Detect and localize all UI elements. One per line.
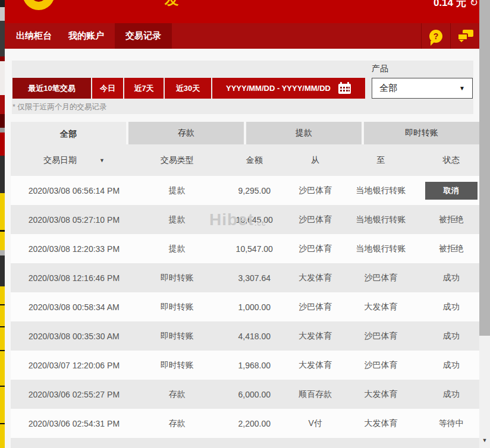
filter-period-button-0[interactable]: 最近10笔交易 — [12, 78, 91, 99]
header-label-2: 金额 — [246, 155, 263, 166]
cell-date: 2020/03/08 00:58:34 AM — [11, 302, 137, 312]
cell-status: 取消 — [423, 182, 479, 200]
table-row: 2020/03/08 00:58:34 AM即时转账1,000.00沙巴体育大发… — [11, 292, 479, 321]
content-area: 产品 最近10笔交易今日近7天近30天 YYYY/MM/DD - YYYY/MM… — [5, 49, 479, 448]
cell-type: 即时转账 — [137, 273, 217, 283]
nav-items: 出纳柜台我的账户交易记录 — [5, 23, 174, 49]
header-label-0: 交易日期 — [43, 155, 77, 166]
chat-button[interactable] — [450, 23, 479, 49]
header-banner-text: 发 — [165, 0, 179, 7]
nav-item-1[interactable]: 我的账户 — [62, 23, 110, 49]
date-range-button[interactable]: YYYY/MM/DD - YYYY/MM/DD — [212, 78, 365, 99]
cell-type: 存款 — [137, 418, 217, 429]
table-row: 2020/03/07 12:20:06 PM即时转账1,968.00大发体育沙巴… — [11, 351, 479, 380]
filter-panel: 产品 最近10笔交易今日近7天近30天 YYYY/MM/DD - YYYY/MM… — [12, 61, 473, 114]
table-row: 2020/03/08 05:27:10 PM提款10,645.00沙巴体育当地银… — [11, 205, 479, 234]
filter-period-button-1[interactable]: 今日 — [92, 78, 123, 99]
cell-status: 成功 — [423, 360, 479, 371]
tab-3[interactable]: 即时转账 — [364, 122, 479, 144]
cell-type: 即时转账 — [137, 331, 217, 342]
cell-from: 沙巴体育 — [292, 185, 339, 196]
cell-to: 沙巴体育 — [339, 360, 423, 371]
scrollbar[interactable]: ▼ — [479, 0, 490, 448]
cell-to: 大发体育 — [339, 302, 423, 313]
cell-type: 提款 — [137, 244, 217, 254]
filter-period-button-2[interactable]: 近7天 — [124, 78, 164, 99]
tab-1[interactable]: 存款 — [128, 122, 244, 144]
table-row: 2020/03/06 02:55:27 PM存款6,000.00顺百存款大发体育… — [11, 380, 479, 409]
header-label-3: 从 — [311, 155, 319, 166]
cell-date: 2020/03/06 02:54:31 PM — [11, 419, 137, 428]
cell-type: 提款 — [137, 185, 217, 196]
cell-date: 2020/03/08 12:20:33 PM — [11, 244, 137, 254]
cell-to: 当地银行转账 — [339, 244, 423, 254]
help-icon: ? — [429, 30, 442, 43]
main-column: 发 0.14 元 ↻ 出纳柜台我的账户交易记录 ? 产品 — [5, 0, 479, 448]
header-label-1: 交易类型 — [161, 155, 194, 166]
header-cell-2: 金额 — [217, 155, 292, 166]
table-row: 2020/03/06 02:54:31 PM存款2,200.00V付大发体育等待… — [11, 409, 479, 438]
cell-to: 大发体育 — [339, 418, 423, 429]
tab-2[interactable]: 提款 — [246, 122, 362, 144]
cell-from: 大发体育 — [292, 360, 339, 371]
chat-icon — [457, 30, 473, 42]
cell-from: 大发体育 — [292, 273, 339, 283]
date-range-value: YYYY/MM/DD - YYYY/MM/DD — [226, 84, 331, 93]
cell-from: 沙巴体育 — [292, 302, 339, 313]
cell-date: 2020/03/08 05:27:10 PM — [11, 215, 137, 225]
filter-note: * 仅限于近两个月的交易记录 — [12, 102, 106, 112]
header-label-5: 状态 — [443, 155, 460, 166]
nav-item-0[interactable]: 出纳柜台 — [10, 23, 58, 49]
page-background-strip — [0, 0, 5, 448]
filter-period-button-3[interactable]: 近30天 — [165, 78, 211, 99]
product-select[interactable]: 全部 ▼ — [372, 78, 473, 99]
cell-from: 沙巴体育 — [292, 214, 339, 225]
table-row: 2020/03/08 12:16:46 PM即时转账3,307.64大发体育沙巴… — [11, 263, 479, 292]
calendar-icon — [338, 82, 351, 94]
cell-status: 等待中 — [423, 418, 479, 429]
cell-from: 大发体育 — [292, 331, 339, 342]
cell-date: 2020/03/08 06:56:14 PM — [11, 186, 137, 195]
cell-amount: 3,307.64 — [217, 273, 292, 283]
scrollbar-thumb[interactable] — [479, 0, 490, 336]
table-row: 2020/03/08 06:56:14 PM提款9,295.00沙巴体育当地银行… — [11, 176, 479, 205]
scrollbar-down-arrow[interactable]: ▼ — [479, 437, 490, 443]
cell-type: 即时转账 — [137, 302, 217, 313]
filter-button-row: 最近10笔交易今日近7天近30天 YYYY/MM/DD - YYYY/MM/DD — [12, 78, 365, 99]
table-row: 2020/03/08 00:35:30 AM即时转账4,418.00大发体育沙巴… — [11, 321, 479, 351]
nav-right: ? — [421, 23, 479, 49]
cell-date: 2020/03/07 12:20:06 PM — [11, 361, 137, 370]
cell-amount: 10,645.00 — [217, 215, 292, 225]
cell-to: 沙巴体育 — [339, 331, 423, 342]
header-cell-4: 至 — [339, 155, 423, 166]
cell-to: 当地银行转账 — [339, 214, 423, 225]
cancel-button[interactable]: 取消 — [425, 182, 478, 200]
balance: 0.14 元 ↻ — [434, 0, 478, 10]
header-cell-1: 交易类型 — [137, 155, 217, 166]
cell-amount: 9,295.00 — [217, 186, 292, 195]
cell-amount: 1,000.00 — [217, 302, 292, 312]
product-label: 产品 — [372, 64, 388, 74]
navbar: 出纳柜台我的账户交易记录 ? — [5, 23, 479, 49]
table-row: 2020/03/08 12:20:33 PM提款10,547.00沙巴体育当地银… — [11, 234, 479, 263]
cell-to: 大发体育 — [339, 389, 423, 400]
cell-to: 沙巴体育 — [339, 273, 423, 283]
help-button[interactable]: ? — [421, 23, 450, 49]
cell-from: 沙巴体育 — [292, 244, 339, 254]
cell-status: 被拒绝 — [423, 244, 479, 254]
nav-item-2[interactable]: 交易记录 — [115, 23, 172, 49]
table-header: 交易日期▼交易类型金额从至状态 — [11, 144, 479, 176]
cell-type: 即时转账 — [137, 360, 217, 371]
transaction-tabs: 全部存款提款即时转账 — [11, 122, 479, 144]
cell-date: 2020/03/08 00:35:30 AM — [11, 332, 137, 341]
refresh-balance-icon[interactable]: ↻ — [470, 0, 478, 9]
cell-status: 被拒绝 — [423, 214, 479, 225]
header-label-4: 至 — [376, 155, 385, 166]
header-cell-0: 交易日期▼ — [11, 155, 137, 166]
sort-descending-icon[interactable]: ▼ — [99, 157, 105, 163]
table-body: 2020/03/08 06:56:14 PM提款9,295.00沙巴体育当地银行… — [11, 176, 479, 438]
cell-from: 顺百存款 — [292, 389, 339, 400]
tab-0[interactable]: 全部 — [11, 122, 126, 147]
cell-date: 2020/03/08 12:16:46 PM — [11, 273, 137, 283]
site-logo[interactable] — [23, 0, 55, 10]
